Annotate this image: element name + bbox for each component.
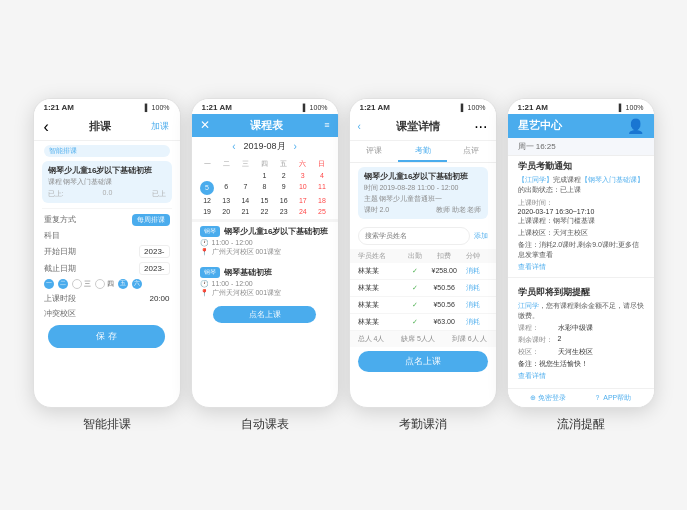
- phone1-location-row: 冲突校区: [34, 306, 180, 321]
- cal-cell[interactable]: 1: [255, 170, 274, 181]
- phone1-course-sub: 课程 钢琴入门基础课: [48, 177, 166, 187]
- phone4-help-btn[interactable]: ？ APP帮助: [594, 393, 631, 403]
- phone2-close-btn[interactable]: ✕: [200, 118, 210, 132]
- phone1-add-btn[interactable]: 加课: [151, 120, 169, 133]
- phone4-login-btn[interactable]: ⊕ 免密登录: [530, 393, 566, 403]
- back-icon[interactable]: ‹: [44, 118, 49, 136]
- cal-cell[interactable]: 18: [312, 195, 331, 206]
- phone1-day-thu[interactable]: 四: [95, 279, 114, 289]
- cal-cell[interactable]: [217, 170, 236, 181]
- phone4-notice-body: 【江同学】完成课程【钢琴入门基础课】的出勤状态：已上课: [508, 175, 654, 196]
- phone3-add-btn[interactable]: 添加: [474, 231, 488, 241]
- phone2-prev-month[interactable]: ‹: [232, 141, 235, 152]
- tab-pinkke[interactable]: 评课: [350, 141, 399, 162]
- cal-cell[interactable]: 4: [312, 170, 331, 181]
- phone1-day-wed[interactable]: 三: [72, 279, 91, 289]
- phone3-search-input[interactable]: [358, 227, 470, 245]
- cal-cell[interactable]: 22: [255, 206, 274, 217]
- phone1-day-sat[interactable]: 六: [132, 279, 142, 289]
- cal-cell[interactable]: 10: [293, 181, 312, 195]
- cal-cell[interactable]: 24: [293, 206, 312, 217]
- td-min-3: 消耗: [459, 300, 488, 310]
- phone3-course-title: 钢琴少儿童16岁以下基础初班: [364, 171, 482, 182]
- cal-cell-today[interactable]: 5: [200, 181, 214, 195]
- cal-cell[interactable]: 11: [312, 181, 331, 195]
- cal-cell[interactable]: 7: [236, 181, 255, 195]
- phone3-attend-btn[interactable]: 点名上课: [358, 351, 488, 372]
- cal-day-sun: 日: [312, 158, 331, 170]
- phone1-end-label: 截止日期: [44, 263, 76, 274]
- cal-cell[interactable]: 17: [293, 195, 312, 206]
- phone4-more-link[interactable]: 查看详情: [508, 261, 654, 273]
- clock-icon: 🕐: [200, 239, 209, 247]
- phone4-detail-link[interactable]: 查看详情: [508, 370, 654, 382]
- cal-cell[interactable]: 2: [274, 170, 293, 181]
- phone3-more-btn[interactable]: ···: [474, 118, 487, 136]
- phone4-course-label: 课程：: [518, 323, 558, 333]
- cal-cell[interactable]: 3: [293, 170, 312, 181]
- cal-day-sat: 六: [293, 158, 312, 170]
- phone4-course-highlight: 【钢琴入门基础课】: [581, 176, 644, 183]
- phone1-freq-btn[interactable]: 每周排课: [132, 214, 170, 226]
- phone2-course-1: 钢琴 钢琴少儿童16岁以下基础初班 🕐 11:00 - 12:00 📍 广州天河…: [192, 222, 338, 261]
- phone4-time-val: 2020-03-17 16:30~17:10: [508, 208, 654, 215]
- cal-cell[interactable]: 6: [217, 181, 236, 195]
- cal-cell[interactable]: 25: [312, 206, 331, 217]
- phone3-student-2: 林某某 ✓ ¥50.56 消耗: [350, 280, 496, 297]
- tab-attendance[interactable]: 考勤: [398, 141, 447, 162]
- th-minutes: 分钟: [459, 251, 488, 261]
- phone1-divider1: [42, 208, 172, 209]
- phone4-time: 1:21 AM: [518, 103, 548, 112]
- cal-cell[interactable]: 9: [274, 181, 293, 195]
- phone4-user-icon[interactable]: 👤: [627, 118, 644, 134]
- phone3-student-1: 林某某 ✓ ¥258.00 消耗: [350, 263, 496, 280]
- cal-cell[interactable]: 13: [217, 195, 236, 206]
- phone1-day-fri[interactable]: 五: [118, 279, 128, 289]
- phone1-start-val[interactable]: 2023-: [139, 245, 169, 258]
- battery-icon: 100%: [468, 104, 486, 111]
- cal-cell[interactable]: 16: [274, 195, 293, 206]
- cal-cell[interactable]: [198, 170, 217, 181]
- phone4-bottom-bar: ⊕ 免密登录 ？ APP帮助: [508, 388, 654, 407]
- phone4-label: 流消提醒: [557, 416, 605, 433]
- th-fee: 扣费: [430, 251, 459, 261]
- phone4-location-info: 上课校区：天河主校区: [508, 227, 654, 239]
- phone1-day-mon[interactable]: 一: [44, 279, 54, 289]
- phones-container: 1:21 AM ▌ 100% ‹ 排课 加课 智能排课 钢琴少儿童16岁以下基础…: [23, 78, 665, 433]
- phone2-cal-header: 一 二 三 四 五 六 日: [198, 158, 332, 170]
- cal-cell[interactable]: 15: [255, 195, 274, 206]
- phone1-course-title: 钢琴少儿童16岁以下基础初班: [48, 165, 166, 176]
- cal-cell[interactable]: 12: [198, 195, 217, 206]
- phone2-next-month[interactable]: ›: [294, 141, 297, 152]
- wifi-icon: ▌: [619, 104, 624, 111]
- phone4-date-bar: 周一 16:25: [508, 138, 654, 156]
- cal-cell[interactable]: 21: [236, 206, 255, 217]
- tab-review[interactable]: 点评: [447, 141, 496, 162]
- phone1-end-val[interactable]: 2023-: [139, 262, 169, 275]
- phone2-course2-time: 🕐 11:00 - 12:00: [200, 280, 330, 288]
- phone4-status-icons: ▌ 100%: [619, 104, 644, 111]
- cal-cell[interactable]: [236, 170, 255, 181]
- phone4-remain-row: 剩余课时： 2: [508, 334, 654, 346]
- phone1-day-tue[interactable]: 二: [58, 279, 68, 289]
- phone1-time-label: 上课时段: [44, 293, 76, 304]
- phone3-student-3: 林某某 ✓ ¥50.56 消耗: [350, 297, 496, 314]
- phone3-back-btn[interactable]: ‹: [358, 121, 361, 132]
- phone1-status-icons: ▌ 100%: [145, 104, 170, 111]
- phone2-attend-btn[interactable]: 点名上课: [213, 306, 315, 323]
- phone4-teacher-info: 备注：消耗2.0课时,剩余9.0课时;更多信息发掌查看: [508, 239, 654, 261]
- cal-cell[interactable]: 8: [255, 181, 274, 195]
- phone3-course-hours: 课时 2.0: [364, 205, 390, 215]
- phone1-subject-row: 科目: [34, 228, 180, 243]
- cal-cell[interactable]: 19: [198, 206, 217, 217]
- phone4-wrapper: 1:21 AM ▌ 100% 星艺中心 👤 周一 16:25 学员考勤通知 【江…: [507, 98, 655, 433]
- phone2-time: 1:21 AM: [202, 103, 232, 112]
- phone1-save-btn[interactable]: 保 存: [48, 325, 165, 348]
- phone3-course-block: 钢琴少儿童16岁以下基础初班 时间 2019-08-28 11:00 - 12:…: [358, 167, 488, 219]
- help-label: APP帮助: [603, 393, 631, 403]
- cal-cell[interactable]: 20: [217, 206, 236, 217]
- cal-cell[interactable]: 23: [274, 206, 293, 217]
- cal-cell[interactable]: 14: [236, 195, 255, 206]
- phone3-course-time: 时间 2019-08-28 11:00 - 12:00: [364, 183, 482, 193]
- cal-day-tue: 二: [217, 158, 236, 170]
